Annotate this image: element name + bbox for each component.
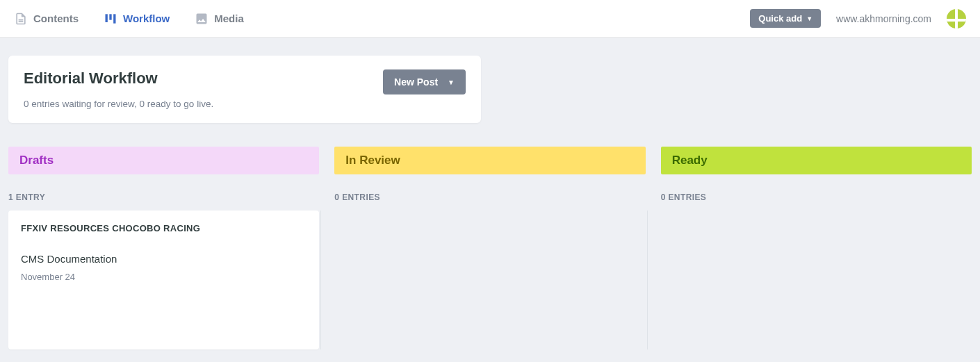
new-post-label: New Post (394, 76, 438, 88)
svg-rect-0 (106, 14, 108, 22)
quick-add-button[interactable]: Quick add ▼ (750, 9, 821, 28)
status-text: 0 entries waiting for review, 0 ready to… (24, 99, 213, 109)
nav-contents[interactable]: Contents (14, 12, 79, 26)
caret-down-icon: ▼ (448, 79, 455, 86)
entry-category: FFXIV RESOURCES CHOCOBO RACING (21, 223, 307, 233)
nav-media[interactable]: Media (195, 12, 244, 26)
content: Editorial Workflow 0 entries waiting for… (0, 38, 980, 362)
column-drafts-header: Drafts (8, 147, 319, 174)
column-ready-count: 0 ENTRIES (661, 192, 972, 202)
image-icon (195, 12, 209, 26)
column-ready-body (647, 211, 972, 349)
entry-title: CMS Documentation (21, 253, 307, 265)
column-drafts-body: FFXIV RESOURCES CHOCOBO RACING CMS Docum… (8, 211, 319, 349)
column-review-count: 0 ENTRIES (334, 192, 645, 202)
avatar[interactable] (947, 9, 966, 28)
entry-date: November 24 (21, 272, 307, 282)
nav-workflow[interactable]: Workflow (104, 12, 170, 26)
nav-media-label: Media (214, 13, 244, 24)
column-ready-header: Ready (661, 147, 972, 174)
column-review: In Review 0 ENTRIES (334, 147, 645, 349)
new-post-button[interactable]: New Post ▼ (383, 69, 466, 94)
document-icon (14, 12, 28, 26)
nav-workflow-label: Workflow (123, 13, 170, 24)
column-drafts-count: 1 ENTRY (8, 192, 319, 202)
page-title: Editorial Workflow (24, 69, 213, 88)
topbar-right: Quick add ▼ www.akhmorning.com (750, 9, 966, 28)
column-ready: Ready 0 ENTRIES (661, 147, 972, 349)
topbar-nav: Contents Workflow Media (14, 12, 244, 26)
header-card: Editorial Workflow 0 entries waiting for… (8, 56, 481, 123)
column-review-header: In Review (334, 147, 645, 174)
nav-contents-label: Contents (33, 13, 79, 24)
column-review-body (320, 211, 645, 349)
column-drafts: Drafts 1 ENTRY FFXIV RESOURCES CHOCOBO R… (8, 147, 319, 349)
workflow-icon (104, 12, 117, 26)
site-url[interactable]: www.akhmorning.com (836, 13, 931, 24)
svg-rect-2 (113, 14, 115, 23)
quick-add-label: Quick add (758, 13, 802, 24)
topbar: Contents Workflow Media Quick add ▼ www.… (0, 0, 980, 38)
caret-down-icon: ▼ (806, 15, 812, 22)
columns: Drafts 1 ENTRY FFXIV RESOURCES CHOCOBO R… (8, 147, 972, 349)
entry-card[interactable]: FFXIV RESOURCES CHOCOBO RACING CMS Docum… (8, 211, 319, 349)
header-card-left: Editorial Workflow 0 entries waiting for… (24, 69, 213, 109)
svg-rect-1 (109, 14, 111, 19)
